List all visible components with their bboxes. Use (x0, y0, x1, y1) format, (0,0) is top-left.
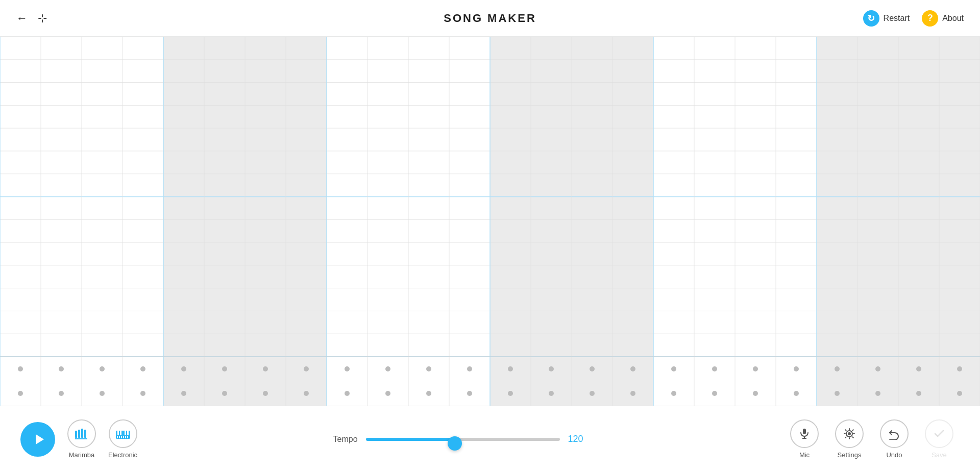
toolbar-left: Marimba Electronic (20, 419, 137, 459)
mic-label: Mic (799, 451, 810, 459)
svg-point-57 (549, 366, 554, 371)
electronic-icon (109, 419, 137, 448)
svg-point-70 (100, 391, 105, 396)
mic-button[interactable]: Mic (784, 415, 825, 463)
svg-rect-100 (120, 431, 121, 435)
settings-label: Settings (838, 451, 862, 459)
svg-point-62 (753, 366, 758, 371)
toolbar-right: Mic Settings Undo (784, 415, 960, 463)
tempo-slider-container (366, 438, 560, 441)
svg-rect-102 (127, 431, 129, 435)
svg-rect-96 (84, 430, 86, 438)
svg-point-88 (835, 391, 840, 396)
svg-point-60 (671, 366, 676, 371)
svg-rect-94 (78, 430, 80, 438)
save-icon (925, 419, 953, 448)
tempo-value: 120 (568, 434, 589, 444)
svg-rect-1 (490, 37, 653, 406)
svg-point-69 (59, 391, 64, 396)
svg-point-91 (957, 391, 962, 396)
svg-point-47 (140, 366, 145, 371)
svg-point-79 (467, 391, 472, 396)
svg-rect-95 (81, 429, 83, 438)
svg-point-76 (345, 391, 350, 396)
svg-point-84 (671, 391, 676, 396)
svg-point-87 (794, 391, 799, 396)
electronic-button[interactable]: Electronic (108, 419, 137, 459)
restart-icon: ↻ (863, 10, 879, 27)
svg-point-82 (590, 391, 595, 396)
save-label: Save (932, 451, 947, 459)
svg-point-73 (222, 391, 227, 396)
about-icon: ? (922, 10, 938, 27)
svg-point-81 (549, 391, 554, 396)
move-button[interactable]: ⊹ (38, 12, 47, 25)
svg-point-50 (263, 366, 268, 371)
svg-point-49 (222, 366, 227, 371)
svg-rect-0 (163, 37, 327, 406)
svg-point-71 (140, 391, 145, 396)
marimba-button[interactable]: Marimba (67, 419, 96, 459)
toolbar: Marimba Electronic (0, 406, 980, 472)
svg-point-59 (630, 366, 635, 371)
page-title: SONG MAKER (444, 12, 536, 25)
svg-point-65 (875, 366, 880, 371)
header-left: ← ⊹ (16, 12, 47, 25)
svg-point-83 (630, 391, 635, 396)
svg-point-90 (916, 391, 921, 396)
header-right: ↻ Restart ? About (863, 10, 964, 27)
svg-point-112 (848, 432, 851, 435)
save-button[interactable]: Save (919, 415, 960, 463)
svg-point-89 (875, 391, 880, 396)
tempo-area: Tempo 120 (137, 434, 784, 444)
restart-button[interactable]: ↻ Restart (863, 10, 910, 27)
svg-point-61 (712, 366, 717, 371)
marimba-label: Marimba (69, 451, 95, 459)
tempo-label: Tempo (333, 435, 358, 444)
tempo-slider[interactable] (366, 442, 560, 445)
svg-point-53 (385, 366, 390, 371)
undo-icon (880, 419, 909, 448)
svg-point-67 (957, 366, 962, 371)
undo-button[interactable]: Undo (874, 415, 915, 463)
svg-point-54 (426, 366, 431, 371)
header: ← ⊹ SONG MAKER ↻ Restart ? About (0, 0, 980, 37)
svg-rect-109 (803, 429, 806, 434)
settings-button[interactable]: Settings (829, 415, 870, 463)
svg-point-68 (18, 391, 23, 396)
svg-point-74 (263, 391, 268, 396)
grid-area[interactable] (0, 37, 980, 406)
settings-icon (835, 419, 864, 448)
svg-point-72 (181, 391, 186, 396)
back-button[interactable]: ← (16, 12, 28, 25)
svg-point-63 (794, 366, 799, 371)
play-button[interactable] (20, 422, 55, 457)
svg-point-48 (181, 366, 186, 371)
svg-point-52 (345, 366, 350, 371)
svg-marker-92 (36, 434, 44, 444)
svg-point-64 (835, 366, 840, 371)
electronic-label: Electronic (108, 451, 137, 459)
svg-rect-101 (125, 431, 126, 435)
svg-point-66 (916, 366, 921, 371)
mic-icon (790, 419, 819, 448)
svg-point-77 (385, 391, 390, 396)
svg-point-78 (426, 391, 431, 396)
svg-point-85 (712, 391, 717, 396)
svg-point-86 (753, 391, 758, 396)
svg-point-75 (304, 391, 309, 396)
restart-label: Restart (884, 14, 910, 23)
svg-rect-93 (75, 431, 77, 438)
about-label: About (942, 14, 964, 23)
undo-label: Undo (886, 451, 902, 459)
svg-point-56 (508, 366, 513, 371)
marimba-icon (67, 419, 96, 448)
svg-point-58 (590, 366, 595, 371)
svg-point-55 (467, 366, 472, 371)
about-button[interactable]: ? About (922, 10, 964, 27)
svg-rect-2 (817, 37, 980, 406)
svg-rect-99 (117, 431, 119, 435)
svg-point-80 (508, 391, 513, 396)
svg-point-44 (18, 366, 23, 371)
grid-svg (0, 37, 980, 406)
